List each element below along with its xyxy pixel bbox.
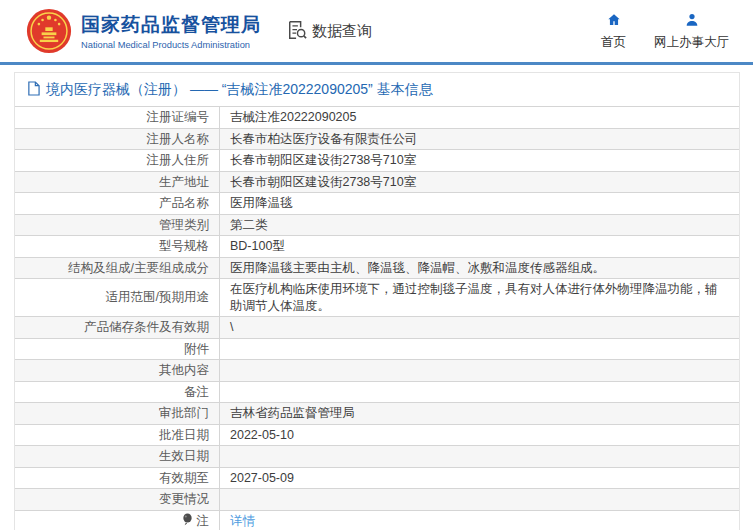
- row-label: 产品储存条件及有效期: [15, 317, 220, 338]
- table-row: 其他内容: [15, 360, 739, 382]
- row-label: 注册人名称: [15, 129, 220, 150]
- row-label: 批准日期: [15, 425, 220, 446]
- row-value: 吉械注准20222090205: [220, 107, 739, 128]
- document-search-icon: [287, 20, 307, 43]
- row-label: 型号规格: [15, 236, 220, 257]
- table-row: 备注: [15, 382, 739, 404]
- row-value: 长春市朝阳区建设街2738号710室: [220, 172, 739, 193]
- row-label: 注册人住所: [15, 150, 220, 171]
- row-label: 注册证编号: [15, 107, 220, 128]
- nav-home[interactable]: 首页: [601, 12, 626, 51]
- row-label: 有效期至: [15, 468, 220, 489]
- table-row: 管理类别第二类: [15, 215, 739, 237]
- info-table: 注册证编号吉械注准20222090205注册人名称长春市柏达医疗设备有限责任公司…: [15, 106, 739, 530]
- table-row: 生产地址长春市朝阳区建设街2738号710室: [15, 172, 739, 194]
- row-value: BD-100型: [220, 236, 739, 257]
- table-row: 注详情: [15, 511, 739, 530]
- row-value: 2022-05-10: [220, 425, 739, 446]
- national-emblem-icon: [26, 8, 72, 54]
- table-row: 产品名称医用降温毯: [15, 193, 739, 215]
- nav-data-query[interactable]: 数据查询: [287, 20, 372, 43]
- data-query-label: 数据查询: [312, 22, 372, 41]
- table-row: 有效期至2027-05-09: [15, 468, 739, 490]
- row-value: \: [220, 317, 739, 338]
- nav-online-hall-label: 网上办事大厅: [654, 34, 729, 51]
- row-value: 长春市朝阳区建设街2738号710室: [220, 150, 739, 171]
- table-row: 注册人住所长春市朝阳区建设街2738号710室: [15, 150, 739, 172]
- row-label: 附件: [15, 339, 220, 360]
- header-divider: [0, 62, 753, 65]
- details-link[interactable]: 详情: [230, 514, 255, 528]
- row-value: 长春市柏达医疗设备有限责任公司: [220, 129, 739, 150]
- row-label: 产品名称: [15, 193, 220, 214]
- site-title-cn: 国家药品监督管理局: [81, 12, 261, 38]
- table-row: 审批部门吉林省药品监督管理局: [15, 403, 739, 425]
- row-value: 2027-05-09: [220, 468, 739, 489]
- table-row: 变更情况: [15, 489, 739, 511]
- table-row: 产品储存条件及有效期\: [15, 317, 739, 339]
- row-value: 第二类: [220, 215, 739, 236]
- row-value: [220, 339, 739, 360]
- row-value: 吉林省药品监督管理局: [220, 403, 739, 424]
- document-icon: [27, 81, 40, 99]
- row-value: [220, 360, 739, 381]
- row-value: 在医疗机构临床使用环境下，通过控制毯子温度，具有对人体进行体外物理降温功能，辅助…: [220, 279, 739, 316]
- row-label: 备注: [15, 382, 220, 403]
- row-label: 结构及组成/主要组成成分: [15, 258, 220, 279]
- row-label: 变更情况: [15, 489, 220, 510]
- row-label: 审批部门: [15, 403, 220, 424]
- nav-online-hall[interactable]: 网上办事大厅: [654, 12, 729, 51]
- home-icon: [606, 12, 622, 31]
- table-row: 注册证编号吉械注准20222090205: [15, 107, 739, 129]
- row-value: [220, 489, 739, 510]
- site-title: 国家药品监督管理局 National Medical Products Admi…: [81, 12, 261, 50]
- row-label: 其他内容: [15, 360, 220, 381]
- row-value: 医用降温毯主要由主机、降温毯、降温帽、冰敷和温度传感器组成。: [220, 258, 739, 279]
- table-row: 生效日期: [15, 446, 739, 468]
- row-value: 详情: [220, 511, 739, 530]
- row-label: 生效日期: [15, 446, 220, 467]
- person-icon: [684, 12, 700, 31]
- row-value: 医用降温毯: [220, 193, 739, 214]
- table-row: 适用范围/预期用途在医疗机构临床使用环境下，通过控制毯子温度，具有对人体进行体外…: [15, 279, 739, 317]
- row-label: 管理类别: [15, 215, 220, 236]
- row-label: 注: [15, 511, 220, 530]
- table-row: 注册人名称长春市柏达医疗设备有限责任公司: [15, 129, 739, 151]
- site-header: 国家药品监督管理局 National Medical Products Admi…: [0, 0, 753, 62]
- content-box: 境内医疗器械（注册） —— “吉械注准20222090205” 基本信息 注册证…: [14, 72, 740, 530]
- breadcrumb-text: 境内医疗器械（注册） —— “吉械注准20222090205” 基本信息: [46, 81, 433, 99]
- header-nav: 首页 网上办事大厅: [601, 12, 735, 51]
- site-logo[interactable]: 国家药品监督管理局 National Medical Products Admi…: [26, 8, 261, 54]
- table-row: 结构及组成/主要组成成分医用降温毯主要由主机、降温毯、降温帽、冰敷和温度传感器组…: [15, 258, 739, 280]
- site-title-en: National Medical Products Administration: [81, 40, 261, 50]
- row-label: 生产地址: [15, 172, 220, 193]
- table-row: 附件: [15, 339, 739, 361]
- table-row: 批准日期2022-05-10: [15, 425, 739, 447]
- table-row: 型号规格BD-100型: [15, 236, 739, 258]
- row-value: [220, 382, 739, 403]
- breadcrumb: 境内医疗器械（注册） —— “吉械注准20222090205” 基本信息: [15, 73, 739, 106]
- balloon-icon: [182, 513, 193, 530]
- row-label: 适用范围/预期用途: [15, 279, 220, 316]
- nav-home-label: 首页: [601, 34, 626, 51]
- row-value: [220, 446, 739, 467]
